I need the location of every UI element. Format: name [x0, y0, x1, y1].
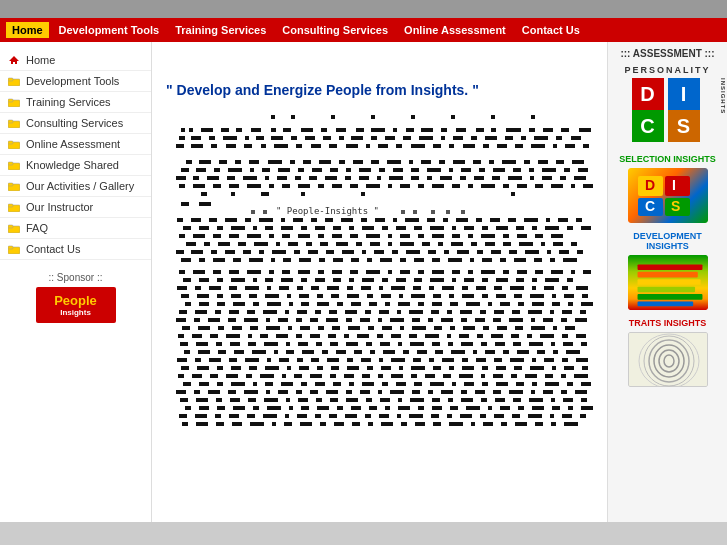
svg-rect-274	[298, 234, 310, 238]
sidebar-item-faq[interactable]: FAQ	[0, 218, 151, 239]
svg-rect-253	[362, 226, 374, 230]
svg-rect-402	[414, 278, 422, 282]
sidebar-item-dev-tools[interactable]: Development Tools	[0, 71, 151, 92]
sponsor-banner[interactable]: People Insights	[36, 287, 116, 323]
svg-rect-26	[531, 115, 535, 119]
svg-rect-511	[580, 310, 586, 314]
selection-insights-title[interactable]: SELECTION INSIGHTS	[612, 154, 723, 164]
svg-rect-431	[494, 286, 502, 290]
svg-rect-173	[411, 176, 419, 180]
svg-rect-720	[349, 382, 354, 386]
svg-rect-296	[288, 242, 298, 246]
svg-rect-213	[361, 192, 365, 196]
svg-rect-4	[8, 99, 13, 102]
svg-rect-356	[470, 258, 474, 262]
svg-rect-785	[185, 406, 191, 410]
svg-rect-414	[209, 286, 221, 290]
sidebar-item-home[interactable]: Home	[0, 50, 151, 71]
svg-rect-730	[516, 382, 524, 386]
svg-rect-144	[346, 168, 351, 172]
svg-rect-826	[447, 414, 452, 418]
svg-rect-14	[8, 204, 13, 207]
svg-rect-346	[299, 258, 311, 262]
svg-rect-788	[233, 406, 245, 410]
nav-item-dev-tools[interactable]: Development Tools	[53, 22, 166, 38]
sidebar-item-activities[interactable]: Our Activities / Gallery	[0, 176, 151, 197]
svg-rect-235	[476, 218, 482, 222]
svg-rect-620	[336, 350, 346, 354]
svg-rect-389	[199, 278, 209, 282]
svg-rect-514	[208, 318, 220, 322]
svg-rect-332	[477, 250, 483, 254]
svg-rect-521	[326, 318, 338, 322]
svg-rect-172	[389, 176, 403, 180]
svg-rect-305	[438, 242, 443, 246]
traits-insights-image[interactable]	[628, 332, 708, 387]
sidebar-item-training[interactable]: Training Services	[0, 92, 151, 113]
svg-rect-57	[256, 136, 264, 140]
svg-rect-507	[512, 310, 520, 314]
svg-text:S: S	[671, 198, 680, 214]
svg-rect-141	[298, 168, 304, 172]
svg-rect-109	[461, 210, 465, 214]
books-svg	[630, 257, 708, 308]
svg-rect-633	[553, 350, 558, 354]
svg-rect-210	[231, 192, 235, 196]
selection-insights-image[interactable]: D I C S	[628, 168, 708, 223]
disc-s[interactable]: S	[668, 110, 700, 142]
folder-icon-faq	[8, 223, 22, 233]
nav-item-consulting[interactable]: Consulting Services	[276, 22, 394, 38]
svg-rect-421	[327, 286, 339, 290]
traits-insights-title[interactable]: TRAITS INSIGHTS	[612, 318, 723, 328]
svg-rect-267	[179, 234, 185, 238]
svg-rect-56	[245, 136, 249, 140]
svg-rect-685	[178, 374, 184, 378]
svg-rect-284	[468, 234, 473, 238]
disc-c[interactable]: C	[632, 110, 664, 142]
disc-i[interactable]: I	[668, 78, 700, 110]
svg-rect-656	[532, 358, 536, 362]
svg-rect-126	[453, 160, 465, 164]
svg-rect-337	[559, 250, 569, 254]
svg-rect-722	[382, 382, 388, 386]
svg-rect-347	[319, 258, 325, 262]
svg-rect-339	[181, 258, 191, 262]
nav-item-home[interactable]: Home	[6, 22, 49, 38]
svg-rect-594	[316, 342, 322, 346]
svg-rect-90	[396, 144, 402, 148]
svg-rect-196	[388, 184, 392, 188]
svg-rect-529	[461, 318, 467, 322]
disc-d[interactable]: D	[632, 78, 664, 110]
svg-rect-427	[429, 286, 434, 290]
pixel-art-svg: .px { fill: #111; } // We'll do this in …	[171, 110, 601, 430]
development-insights-title[interactable]: DEVELOPMENT INSIGHTS	[612, 231, 723, 251]
sidebar-item-online-assessment[interactable]: Online Assessment	[0, 134, 151, 155]
nav-item-contact[interactable]: Contact Us	[516, 22, 586, 38]
nav-item-training[interactable]: Training Services	[169, 22, 272, 38]
svg-rect-857	[551, 422, 556, 426]
svg-rect-439	[217, 294, 223, 298]
svg-rect-211	[261, 192, 269, 196]
svg-rect-741	[278, 390, 288, 394]
svg-rect-171	[377, 176, 381, 180]
svg-rect-78	[191, 144, 203, 148]
svg-rect-316	[211, 250, 217, 254]
svg-rect-543	[288, 326, 292, 330]
svg-rect-728	[482, 382, 488, 386]
svg-rect-740	[266, 390, 270, 394]
svg-rect-298	[320, 242, 328, 246]
sidebar-item-instructor[interactable]: Our Instructor	[0, 197, 151, 218]
svg-rect-776	[448, 398, 453, 402]
svg-rect-318	[243, 250, 251, 254]
svg-rect-470	[317, 302, 329, 306]
svg-rect-227	[341, 218, 353, 222]
nav-item-online-assessment[interactable]: Online Assessment	[398, 22, 512, 38]
svg-rect-423	[361, 286, 371, 290]
svg-rect-10	[8, 162, 13, 165]
development-insights-image[interactable]	[628, 255, 708, 310]
svg-rect-554	[463, 326, 475, 330]
sidebar-item-consulting[interactable]: Consulting Services	[0, 113, 151, 134]
sidebar-item-contact[interactable]: Contact Us	[0, 239, 151, 260]
sidebar-item-knowledge[interactable]: Knowledge Shared	[0, 155, 151, 176]
svg-rect-599	[398, 342, 402, 346]
